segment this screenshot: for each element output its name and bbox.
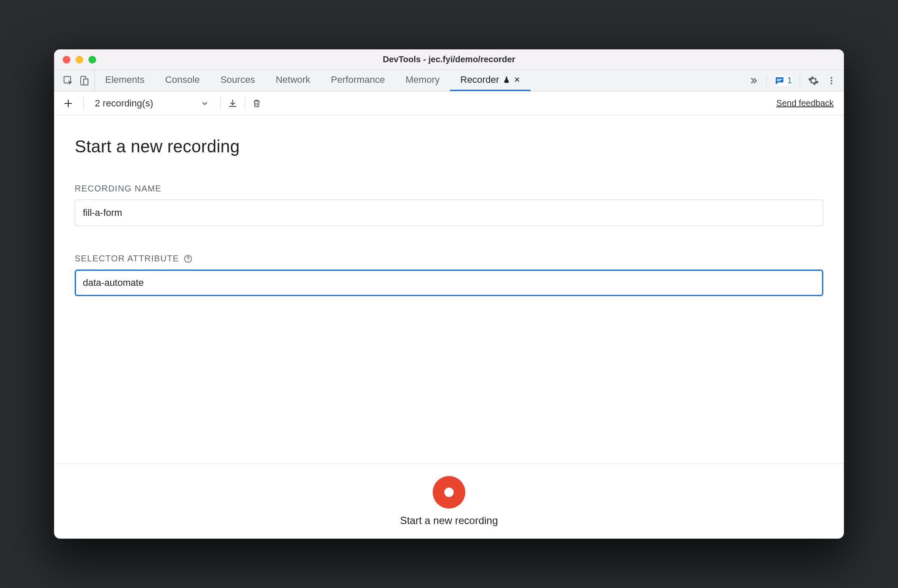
tab-label: Network [276,74,310,85]
kebab-menu-icon[interactable] [827,75,836,86]
recorder-toolbar: 2 recording(s) Send feedback [54,91,844,115]
window-title: DevTools - jec.fyi/demo/recorder [54,55,844,64]
svg-rect-4 [777,79,782,80]
window-traffic-lights [63,56,96,64]
selector-attribute-label: SELECTOR ATTRIBUTE [75,254,823,264]
recording-name-input[interactable] [75,200,823,226]
tabbar-left-tools [58,70,95,91]
window-minimize-button[interactable] [76,56,83,64]
separator [220,97,221,110]
svg-point-10 [188,260,188,261]
close-icon[interactable]: ✕ [514,75,520,85]
record-icon [444,488,454,497]
recordings-dropdown[interactable]: 2 recording(s) [91,98,213,109]
issues-count: 1 [787,76,792,85]
tab-console[interactable]: Console [155,70,210,91]
tab-performance[interactable]: Performance [321,70,395,91]
flask-icon [503,76,510,84]
window-maximize-button[interactable] [88,56,96,64]
recording-name-field: RECORDING NAME [75,184,823,226]
tab-recorder[interactable]: Recorder ✕ [450,70,530,91]
recorder-footer: Start a new recording [54,464,844,539]
devtools-window: DevTools - jec.fyi/demo/recorder Element… [54,49,844,539]
trash-icon[interactable] [252,98,261,109]
devtools-tabbar: Elements Console Sources Network Perform… [54,70,844,91]
separator [245,97,245,110]
svg-point-8 [831,82,832,84]
tab-sources[interactable]: Sources [210,70,265,91]
separator [800,75,800,87]
send-feedback-link[interactable]: Send feedback [777,98,834,108]
window-titlebar: DevTools - jec.fyi/demo/recorder [54,49,844,70]
tab-network[interactable]: Network [265,70,321,91]
tabbar-right-tools: 1 [744,70,840,91]
svg-rect-5 [777,80,780,81]
selector-attribute-field: SELECTOR ATTRIBUTE [75,254,823,296]
svg-point-7 [831,79,832,81]
tab-label: Elements [105,74,145,85]
tab-label: Memory [406,74,440,85]
separator [766,75,767,87]
chevron-down-icon [200,99,209,108]
svg-rect-2 [84,79,88,85]
selector-attribute-label-text: SELECTOR ATTRIBUTE [75,254,179,264]
help-icon[interactable] [183,254,193,264]
svg-point-6 [831,77,832,79]
tab-label: Console [165,74,200,85]
tabs-container: Elements Console Sources Network Perform… [95,70,744,91]
recordings-dropdown-label: 2 recording(s) [95,98,153,109]
issues-button[interactable]: 1 [774,76,792,86]
recorder-content: Start a new recording RECORDING NAME SEL… [54,115,844,464]
tab-label: Sources [220,74,255,85]
chat-icon [774,76,785,86]
recording-name-label: RECORDING NAME [75,184,823,194]
tab-label: Performance [331,74,385,85]
tab-elements[interactable]: Elements [95,70,155,91]
window-close-button[interactable] [63,56,70,64]
gear-icon[interactable] [808,75,819,86]
separator [83,97,84,110]
download-icon[interactable] [228,98,238,109]
device-toolbar-icon[interactable] [79,75,89,86]
tab-memory[interactable]: Memory [395,70,450,91]
more-tabs-icon[interactable] [748,76,758,86]
tab-label: Recorder [460,74,499,85]
selector-attribute-input[interactable] [75,270,823,296]
page-title: Start a new recording [75,137,823,156]
start-recording-button[interactable] [433,476,465,509]
add-recording-button[interactable] [60,98,76,109]
start-recording-label: Start a new recording [400,515,498,527]
inspect-element-icon[interactable] [63,75,74,86]
